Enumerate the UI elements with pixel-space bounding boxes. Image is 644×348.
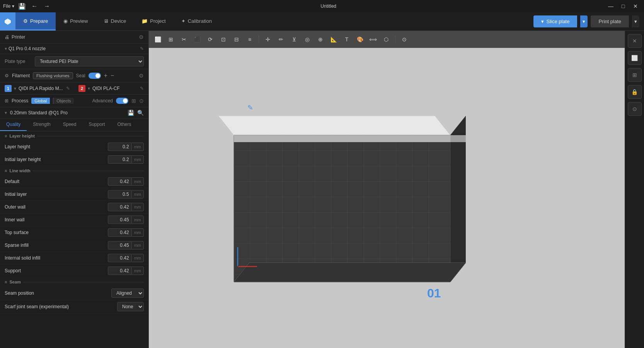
filament-1-edit-icon[interactable]: ✎ <box>66 86 70 91</box>
printer-chevron-icon: ▾ <box>5 46 7 51</box>
filament-1-number: 1 <box>5 85 12 92</box>
profile-search-icon[interactable]: 🔍 <box>137 110 144 116</box>
vp-measure-icon[interactable]: 📐 <box>328 34 339 45</box>
global-btn[interactable]: Global <box>31 98 50 104</box>
internal-solid-infill-row: Internal solid infill mm <box>0 252 148 265</box>
thumbnail-button[interactable]: ⊞ <box>628 68 642 82</box>
vp-fdm-icon[interactable]: ⊕ <box>315 34 326 45</box>
tab-others[interactable]: Others <box>111 119 137 131</box>
outer-wall-input[interactable] <box>108 203 131 211</box>
vp-grid-icon[interactable]: ⊞ <box>165 34 177 45</box>
process-section-title: Process <box>12 98 28 104</box>
save-button[interactable]: 💾 <box>17 2 27 11</box>
initial-layer-width-input[interactable] <box>108 190 131 198</box>
slice-plate-button[interactable]: ▾ Slice plate <box>533 15 577 27</box>
initial-layer-label: Initial layer <box>5 192 108 197</box>
nav-right-actions: ▾ Slice plate ▾ Print plate ▾ <box>533 12 644 31</box>
perspective-button[interactable]: ⬜ <box>628 51 642 65</box>
add-filament-button[interactable]: + <box>104 72 107 79</box>
default-input-wrap: mm <box>108 177 144 186</box>
filament-section-header: ⚙ Filament Flushing volumes Seal + − ⚙ <box>0 69 148 83</box>
window-title: Untitled <box>55 3 602 9</box>
scarf-joint-label: Scarf joint seam (experimental) <box>5 304 117 309</box>
seam-position-select[interactable]: Aligned Random Nearest <box>111 289 144 298</box>
redo-button[interactable]: → <box>42 2 51 11</box>
filament-section-title: Filament <box>12 73 30 78</box>
minimize-button[interactable]: — <box>605 2 616 10</box>
process-settings-icon[interactable]: ⊙ <box>139 98 144 104</box>
svg-marker-1 <box>218 116 450 135</box>
vp-orient-icon[interactable]: ⬜ <box>152 34 164 45</box>
tab-device[interactable]: 🖥 Device <box>96 12 134 31</box>
vp-color-icon[interactable]: 🎨 <box>354 34 366 45</box>
inner-wall-label: Inner wall <box>5 217 108 222</box>
process-table-icon[interactable]: ⊞ <box>131 98 136 104</box>
initial-layer-height-input[interactable] <box>108 156 131 163</box>
print-plate-dropdown[interactable]: ▾ <box>632 15 639 27</box>
flushing-volumes-button[interactable]: Flushing volumes <box>33 72 73 79</box>
vp-cut-icon[interactable]: ✂ <box>178 34 190 45</box>
scarf-joint-select[interactable]: None Outer All <box>117 302 144 311</box>
tab-strength[interactable]: Strength <box>27 119 56 131</box>
plate-type-select[interactable]: Textured PEI Plate <box>35 56 144 66</box>
project-icon: 📁 <box>141 18 148 24</box>
file-menu[interactable]: File ▾ <box>3 3 14 9</box>
vp-arrange-icon[interactable]: ⬛ <box>191 34 203 45</box>
tab-preview[interactable]: ◉ Preview <box>56 12 95 31</box>
initial-layer-input-wrap: mm <box>108 190 144 199</box>
slice-btn-label: Slice plate <box>546 19 569 24</box>
top-surface-input[interactable] <box>108 229 131 236</box>
slice-plate-dropdown[interactable]: ▾ <box>580 15 588 27</box>
tab-quality[interactable]: Quality <box>0 119 27 131</box>
filament-2-name: QIDI PLA-CF <box>92 86 138 91</box>
sparse-infill-input[interactable] <box>108 241 131 249</box>
tab-speed[interactable]: Speed <box>57 119 83 131</box>
print-plate-button[interactable]: Print plate <box>591 15 629 27</box>
svg-marker-26 <box>234 263 466 282</box>
seal-toggle[interactable] <box>89 73 101 79</box>
vp-split-icon[interactable]: ⊟ <box>231 34 242 45</box>
vp-scale-icon[interactable]: ⊡ <box>218 34 229 45</box>
line-width-section-header: ≡ Line width <box>0 166 148 175</box>
default-line-width-input[interactable] <box>108 178 131 185</box>
tab-project[interactable]: 📁 Project <box>134 12 173 31</box>
settings-view-button[interactable]: ⊙ <box>628 102 642 116</box>
filament-1-chevron: ▾ <box>14 86 16 91</box>
support-input[interactable] <box>108 267 131 275</box>
printer-name: Q1 Pro 0.4 nozzle <box>9 46 140 51</box>
vp-move-icon[interactable]: ✛ <box>262 34 274 45</box>
slice-chevron-icon: ▾ <box>541 19 544 24</box>
vp-hollow-icon[interactable]: ⬡ <box>380 34 392 45</box>
inner-wall-input[interactable] <box>108 216 131 224</box>
vp-layer-icon[interactable]: ≡ <box>244 34 256 45</box>
tab-calibration-label: Calibration <box>188 18 212 24</box>
close-button[interactable]: ✕ <box>630 2 641 10</box>
vp-orient2-icon[interactable]: ⟳ <box>204 34 216 45</box>
filament-gear-icon[interactable]: ⚙ <box>139 73 144 79</box>
3d-viewport[interactable]: ⬜ ⊞ ✂ ⬛ ⟳ ⊡ ⊟ ≡ ✛ ✏ ⊻ ◎ ⊕ 📐 T 🎨 ⟺ ⬡ ⊙ ✎ <box>149 31 625 348</box>
maximize-button[interactable]: □ <box>618 2 629 10</box>
advanced-toggle[interactable] <box>116 98 128 104</box>
layer-height-input[interactable] <box>108 143 131 151</box>
filament-2-edit-icon[interactable]: ✎ <box>140 86 144 91</box>
vp-support-icon[interactable]: ⊻ <box>288 34 300 45</box>
tab-prepare[interactable]: ⚙ Prepare <box>15 12 56 31</box>
vp-paint-icon[interactable]: ✏ <box>275 34 287 45</box>
remove-filament-button[interactable]: − <box>111 72 114 79</box>
vp-settings-icon[interactable]: ⊙ <box>399 34 410 45</box>
inner-wall-input-wrap: mm <box>108 216 144 224</box>
undo-button[interactable]: ← <box>30 2 39 11</box>
vp-mirror-icon[interactable]: ⟺ <box>367 34 379 45</box>
profile-save-icon[interactable]: 💾 <box>128 110 134 116</box>
filament-icon: ⚙ <box>5 73 9 78</box>
printer-edit-icon[interactable]: ✎ <box>140 46 144 51</box>
objects-btn[interactable]: Objects <box>53 98 74 104</box>
close-view-button[interactable]: ✕ <box>628 34 642 48</box>
lock-button[interactable]: 🔒 <box>628 85 642 99</box>
vp-text-icon[interactable]: T <box>341 34 353 45</box>
printer-gear-icon[interactable]: ⚙ <box>139 34 144 40</box>
vp-seam-icon[interactable]: ◎ <box>302 34 313 45</box>
tab-calibration[interactable]: ✦ Calibration <box>174 12 220 31</box>
tab-support[interactable]: Support <box>82 119 111 131</box>
internal-solid-infill-input[interactable] <box>108 254 131 262</box>
